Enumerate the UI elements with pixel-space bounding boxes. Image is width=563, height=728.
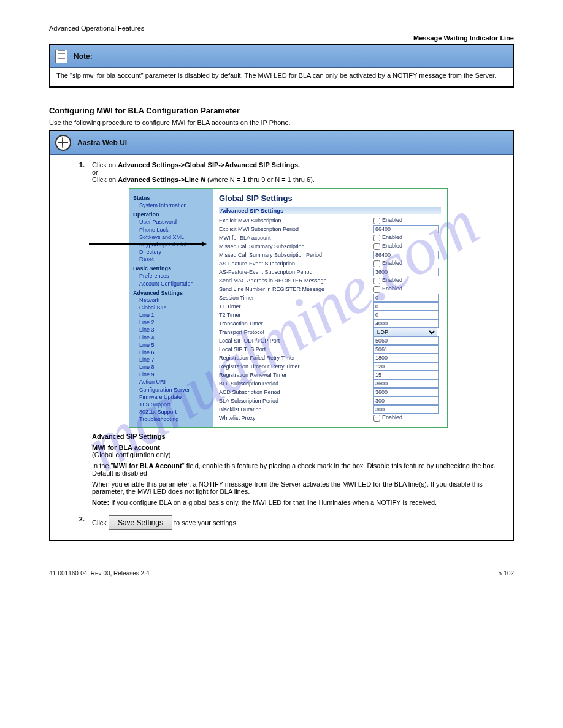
setting-label: Explicit MWI Subscription bbox=[219, 218, 373, 224]
enabled-label: Enabled bbox=[382, 217, 402, 223]
setting-label: AS-Feature-Event Subscription Period bbox=[219, 269, 373, 275]
checkbox[interactable] bbox=[373, 235, 380, 241]
setting-label: Registration Timeout Retry Timer bbox=[219, 363, 373, 370]
text-input[interactable] bbox=[373, 302, 439, 311]
setting-label: Session Timer bbox=[219, 295, 373, 301]
step1-or: or bbox=[92, 169, 98, 176]
setting-label: Send Line Number in REGISTER Message bbox=[219, 286, 373, 292]
sidebar-item[interactable]: Phone Lock bbox=[139, 226, 210, 233]
sidebar-item[interactable]: Global SIP bbox=[139, 304, 210, 311]
text-input[interactable] bbox=[373, 225, 439, 233]
sidebar-item[interactable]: Line 3 bbox=[139, 326, 210, 333]
select[interactable]: UDP bbox=[373, 328, 437, 336]
setting-label: Send MAC Address in REGISTER Message bbox=[219, 278, 373, 284]
setting-control: Enabled bbox=[373, 234, 441, 241]
setting-label: Whitelist Proxy bbox=[219, 415, 373, 421]
setting-row: AS-Feature-Event Subscription Period bbox=[219, 268, 441, 276]
checkbox[interactable] bbox=[373, 243, 380, 250]
sidebar-item[interactable]: 802.1x Support bbox=[139, 408, 210, 415]
sidebar-item[interactable]: Line 1 bbox=[139, 311, 210, 319]
sidebar-item[interactable]: Preferences bbox=[139, 272, 210, 279]
sidebar-item[interactable]: Firmware Update bbox=[139, 393, 210, 401]
header-path-prefix: Advanced Operational Features bbox=[49, 25, 144, 32]
step1-line2-pre: Click on bbox=[92, 176, 116, 183]
setting-label: Explicit MWI Subscription Period bbox=[219, 226, 373, 232]
setting-label: Missed Call Summary Subscription bbox=[219, 243, 373, 249]
setting-control: Enabled bbox=[373, 277, 441, 284]
webui-bar: Aastra Web UI bbox=[50, 131, 513, 155]
checkbox[interactable] bbox=[373, 278, 380, 284]
setting-control bbox=[373, 354, 441, 362]
sidebar-item[interactable]: Softkeys and XML bbox=[139, 233, 210, 241]
text-input[interactable] bbox=[373, 268, 439, 276]
step1-line: Click on bbox=[92, 161, 116, 169]
text-input[interactable] bbox=[373, 362, 439, 371]
setting-row: Local SIP TLS Port bbox=[219, 345, 441, 354]
setting-label: Local SIP UDP/TCP Port bbox=[219, 338, 373, 344]
sidebar-item[interactable]: Reset bbox=[139, 256, 210, 263]
text-input[interactable] bbox=[373, 251, 439, 259]
sidebar-item[interactable]: Line 4 bbox=[139, 334, 210, 341]
text-input[interactable] bbox=[373, 379, 439, 388]
setting-row: Session Timer bbox=[219, 294, 441, 302]
sidebar-item[interactable]: Line 5 bbox=[139, 341, 210, 349]
sidebar-item[interactable]: Line 8 bbox=[139, 363, 210, 371]
setting-control bbox=[373, 311, 441, 319]
sidebar-item[interactable]: Keypad Speed Dial bbox=[139, 241, 210, 248]
text-input[interactable] bbox=[373, 311, 439, 319]
setting-row: T1 Timer bbox=[219, 302, 441, 311]
setting-control bbox=[373, 388, 441, 396]
text-input[interactable] bbox=[373, 294, 439, 302]
step1-num: 1. bbox=[56, 159, 88, 509]
setting-control bbox=[373, 251, 441, 259]
setting-row: Transaction Timer bbox=[219, 319, 441, 328]
checkbox[interactable] bbox=[373, 218, 380, 224]
sidebar-group: Operation bbox=[133, 211, 210, 218]
sidebar-item[interactable]: Directory bbox=[139, 248, 210, 256]
text-input[interactable] bbox=[373, 319, 439, 328]
text-input[interactable] bbox=[373, 396, 439, 405]
sidebar-item[interactable]: Configuration Server bbox=[139, 386, 210, 393]
sidebar-item[interactable]: Line 6 bbox=[139, 349, 210, 356]
step-row-1: 1. Click on Advanced Settings->Global SI… bbox=[56, 159, 507, 509]
sidebar-item[interactable]: Line 9 bbox=[139, 371, 210, 378]
setting-label: ACD Subscription Period bbox=[219, 389, 373, 395]
enabled-label: Enabled bbox=[382, 286, 402, 292]
sidebar-item[interactable]: TLS Support bbox=[139, 401, 210, 408]
text-input[interactable] bbox=[373, 371, 439, 379]
setting-control bbox=[373, 336, 441, 345]
text-input[interactable] bbox=[373, 388, 439, 396]
setting-label: Missed Call Summary Subscription Period bbox=[219, 252, 373, 258]
text-input[interactable] bbox=[373, 336, 439, 345]
sidebar-item[interactable]: Troubleshooting bbox=[139, 415, 210, 423]
setting-label: T2 Timer bbox=[219, 312, 373, 318]
step1-line2-post: (where N = 1 thru 9 or N = 1 thru 6). bbox=[207, 176, 315, 183]
setting-control: Enabled bbox=[373, 286, 441, 292]
section-intro: Use the following procedure to configure… bbox=[49, 119, 514, 126]
text-input[interactable] bbox=[373, 405, 439, 414]
setting-row: MWI for BLA accountEnabled bbox=[219, 233, 441, 242]
webui-box: Aastra Web UI 1. Click on Advanced Setti… bbox=[49, 130, 514, 541]
setting-row: AS-Feature-Event SubscriptionEnabled bbox=[219, 259, 441, 268]
setting-row: Local SIP UDP/TCP Port bbox=[219, 336, 441, 345]
text-input[interactable] bbox=[373, 345, 439, 354]
step1-content: Click on Advanced Settings->Global SIP->… bbox=[88, 159, 507, 509]
checkbox[interactable] bbox=[373, 415, 380, 422]
setting-label: Transaction Timer bbox=[219, 320, 373, 327]
sidebar-item[interactable]: Line 2 bbox=[139, 319, 210, 326]
sidebar-item[interactable]: System Information bbox=[139, 202, 210, 209]
setting-row: BLA Subscription Period bbox=[219, 396, 441, 405]
sidebar-item[interactable]: User Password bbox=[139, 218, 210, 226]
sidebar-item[interactable]: Network bbox=[139, 297, 210, 304]
sidebar-item[interactable]: Account Configuration bbox=[139, 280, 210, 287]
checkbox[interactable] bbox=[373, 260, 380, 267]
screenshot: StatusSystem InformationOperationUser Pa… bbox=[129, 188, 448, 428]
setting-label: Local SIP TLS Port bbox=[219, 346, 373, 352]
sidebar-item[interactable]: Line 7 bbox=[139, 356, 210, 363]
text-input[interactable] bbox=[373, 354, 439, 362]
save-settings-button[interactable]: Save Settings bbox=[109, 515, 172, 530]
sidebar-item[interactable]: Action URI bbox=[139, 378, 210, 385]
step-table: 1. Click on Advanced Settings->Global SI… bbox=[56, 159, 507, 533]
checkbox[interactable] bbox=[373, 286, 380, 293]
setting-row: Blacklist Duration bbox=[219, 405, 441, 414]
